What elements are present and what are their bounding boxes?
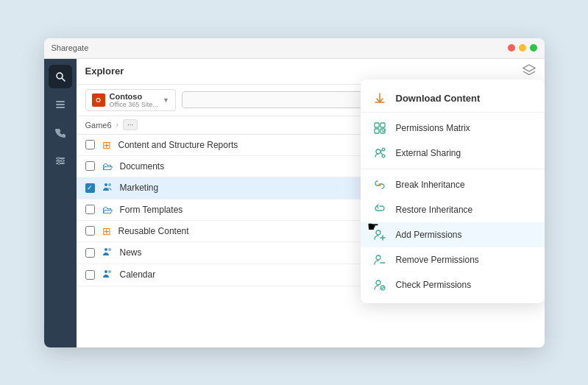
item-checkbox[interactable] [85,248,95,258]
external-sharing-label: External Sharing [396,148,461,158]
remove-permissions-label: Remove Permissions [396,255,479,265]
menu-item-restore-inheritance[interactable]: Restore Inheritance [361,197,545,222]
sidebar-item-search[interactable] [49,65,72,88]
item-label-marketing: Marketing [120,183,159,193]
svg-line-1 [62,78,65,81]
menu-item-check-permissions[interactable]: Check Permissions [361,272,545,297]
item-label: Documents [120,161,165,172]
svg-point-14 [108,183,111,186]
item-label: Calendar [120,269,156,280]
svg-point-8 [57,157,59,159]
svg-rect-19 [375,123,379,127]
restore-inheritance-icon [372,202,387,217]
break-inheritance-icon [372,177,387,192]
menu-item-add-permissions[interactable]: Add Permissions [361,222,545,247]
site-selector[interactable]: O Contoso Office 365 Site... ▼ [85,89,176,111]
item-checkbox[interactable] [85,226,95,236]
menu-item-permissions-matrix[interactable]: Permissions Matrix [361,116,545,141]
calendar-icon [102,269,113,281]
svg-point-15 [105,248,107,251]
reusable-content-icon: ⊞ [102,225,111,237]
svg-rect-21 [375,129,379,133]
download-icon [372,91,387,106]
svg-rect-3 [56,104,65,105]
svg-rect-20 [380,123,385,127]
selected-checkbox: ✓ [85,183,95,193]
svg-point-13 [105,183,107,186]
svg-rect-2 [56,101,65,102]
title-bar: Sharegate [44,38,545,59]
breadcrumb-game6[interactable]: Game6 [85,121,112,130]
svg-point-17 [105,270,107,273]
remove-permissions-icon [372,252,387,267]
restore-inheritance-label: Restore Inheritance [396,205,473,215]
app-window: Sharegate [44,38,545,347]
svg-point-9 [61,160,63,162]
site-logo: O [92,93,105,107]
svg-point-10 [57,162,60,164]
item-checkbox[interactable] [85,161,95,171]
app-title: Sharegate [52,43,508,52]
breadcrumb-separator: › [116,121,118,129]
break-inheritance-label: Break Inheritance [396,180,465,190]
add-permissions-label: Add Permissions [396,230,462,240]
item-label: Content and Structure Reports [118,140,238,150]
external-sharing-icon [372,146,387,160]
svg-point-18 [108,270,111,273]
item-checkbox[interactable] [85,140,95,149]
item-checkbox[interactable] [85,205,95,214]
svg-rect-4 [56,107,65,108]
content-structure-icon: ⊞ [102,139,111,151]
menu-divider [361,169,545,169]
page-title: Explorer [85,66,515,77]
menu-item-remove-permissions[interactable]: Remove Permissions [361,247,545,272]
svg-point-23 [376,149,380,154]
svg-point-31 [376,255,380,260]
layers-icon [523,63,536,80]
context-menu: Download Content Permissions Matrix [361,80,545,303]
site-name: Contoso [110,92,158,101]
item-checkbox[interactable] [85,270,95,280]
svg-point-28 [376,230,380,235]
menu-header-download: Download Content [361,85,545,113]
window-controls [508,44,537,52]
sidebar-item-list[interactable] [49,93,72,116]
site-info: Contoso Office 365 Site... [110,92,158,108]
sidebar-item-phone[interactable] [49,121,72,144]
chevron-down-icon: ▼ [163,96,169,104]
check-permissions-icon [372,278,387,292]
news-icon [102,247,113,259]
sidebar-item-settings[interactable] [49,149,72,172]
download-content-label: Download Content [396,93,481,104]
menu-item-external-sharing[interactable]: External Sharing [361,141,545,166]
check-permissions-label: Check Permissions [396,280,472,290]
close-button[interactable] [508,44,515,52]
add-permissions-icon [372,227,387,242]
svg-point-33 [376,280,380,285]
breadcrumb-ellipsis[interactable]: ··· [123,119,138,130]
item-label: Form Templates [120,205,183,215]
minimize-button[interactable] [519,44,526,52]
site-url: Office 365 Site... [110,101,158,108]
menu-item-break-inheritance[interactable]: Break Inheritance [361,172,545,197]
svg-point-0 [57,73,63,79]
item-label: Reusable Content [118,226,189,236]
permissions-matrix-label: Permissions Matrix [396,123,470,133]
maximize-button[interactable] [530,44,537,52]
marketing-icon [102,182,113,194]
documents-icon: 🗁 [102,160,113,172]
svg-point-25 [382,155,385,158]
sidebar [44,59,77,347]
item-label: News [120,247,142,258]
permissions-matrix-icon [372,121,387,135]
form-templates-icon: 🗁 [102,204,113,216]
svg-point-16 [108,248,111,251]
